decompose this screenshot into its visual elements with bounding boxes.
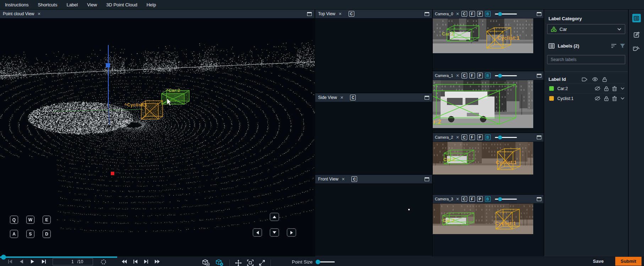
camera-f-button[interactable]: F xyxy=(469,73,475,78)
front-view-viewport[interactable] xyxy=(315,184,432,256)
camera-3-image[interactable]: Car:2 Cyclist:1 xyxy=(433,204,533,234)
point-cloud-viewport[interactable]: ^Car:2 ^Cyclist:1 Q W E A S D xyxy=(0,18,315,256)
eye-icon[interactable] xyxy=(592,77,598,81)
skip-to-start-button[interactable] xyxy=(8,259,12,264)
unlock-icon[interactable] xyxy=(602,77,607,82)
camera-c-button[interactable]: C xyxy=(462,73,467,78)
close-icon[interactable]: ✕ xyxy=(342,177,345,182)
move-tool-icon[interactable] xyxy=(235,260,242,266)
slider-knob[interactable] xyxy=(498,135,502,139)
camera-toggle-button[interactable]: C xyxy=(349,11,354,17)
step-back-button[interactable] xyxy=(133,259,138,264)
frame-number-input[interactable] xyxy=(60,259,77,264)
hotkey-e[interactable]: E xyxy=(43,216,51,224)
label-row-car[interactable]: Car:2 xyxy=(547,83,625,93)
frame-seek-bar[interactable] xyxy=(0,256,117,258)
trash-icon[interactable] xyxy=(612,96,617,101)
camera-b-button[interactable]: B xyxy=(485,196,491,202)
camera-p-button[interactable]: P xyxy=(477,73,483,78)
sort-icon[interactable] xyxy=(611,44,617,48)
slider-knob[interactable] xyxy=(498,74,502,78)
filter-icon[interactable] xyxy=(620,44,625,48)
next-frame-button[interactable] xyxy=(42,259,46,264)
pan-left-button[interactable] xyxy=(253,228,262,237)
camera-0-image[interactable]: Car:2 Cyclist:1 xyxy=(433,18,533,53)
side-view-viewport[interactable] xyxy=(315,102,432,174)
menu-view[interactable]: View xyxy=(87,2,97,7)
menu-help[interactable]: Help xyxy=(147,2,156,7)
search-labels-input[interactable] xyxy=(547,55,625,64)
hotkey-s[interactable]: S xyxy=(26,230,34,238)
camera-c-button[interactable]: C xyxy=(462,196,467,202)
maximize-icon[interactable] xyxy=(425,96,429,100)
maximize-icon[interactable] xyxy=(425,12,429,16)
close-icon[interactable]: ✕ xyxy=(456,197,459,201)
camera-b-button[interactable]: B xyxy=(485,134,491,140)
pan-right-button[interactable] xyxy=(287,228,296,237)
close-icon[interactable]: ✕ xyxy=(38,12,41,16)
lock-icon[interactable] xyxy=(604,96,608,101)
label-category-dropdown[interactable]: Car xyxy=(547,24,625,34)
maximize-icon[interactable] xyxy=(537,12,541,16)
edit-cuboid-icon[interactable] xyxy=(215,259,224,266)
camera-p-button[interactable]: P xyxy=(477,134,483,140)
camera-opacity-slider[interactable] xyxy=(495,13,517,15)
close-icon[interactable]: ✕ xyxy=(456,12,459,16)
camera-toggle-button[interactable]: C xyxy=(350,95,356,100)
previous-frame-button[interactable] xyxy=(20,259,23,264)
maximize-icon[interactable] xyxy=(537,74,541,78)
camera-opacity-slider[interactable] xyxy=(495,199,517,200)
camera-toggle-button[interactable]: C xyxy=(351,176,357,182)
chevron-down-icon[interactable] xyxy=(621,87,624,90)
tags-panel-toggle[interactable] xyxy=(633,46,640,52)
maximize-icon[interactable] xyxy=(307,12,312,16)
save-button[interactable]: Save xyxy=(586,257,610,265)
camera-b-button[interactable]: B xyxy=(485,11,491,17)
fullscreen-icon[interactable] xyxy=(259,260,265,266)
close-icon[interactable]: ✕ xyxy=(456,73,459,78)
label-row-cyclist[interactable]: Cyclist:1 xyxy=(547,93,625,103)
eye-off-icon[interactable] xyxy=(595,96,600,101)
camera-f-button[interactable]: F xyxy=(469,11,475,17)
camera-opacity-slider[interactable] xyxy=(495,75,517,76)
step-forward-button[interactable] xyxy=(144,259,148,264)
hotkey-w[interactable]: W xyxy=(26,216,34,224)
camera-c-button[interactable]: C xyxy=(462,11,467,17)
maximize-icon[interactable] xyxy=(425,177,429,181)
camera-f-button[interactable]: F xyxy=(469,134,475,140)
tag-icon[interactable] xyxy=(582,77,588,82)
menu-shortcuts[interactable]: Shortcuts xyxy=(38,2,57,7)
camera-2-image[interactable]: Car:2 Cyclist:1 xyxy=(433,142,533,174)
pan-up-button[interactable] xyxy=(270,213,279,221)
seek-knob[interactable] xyxy=(1,255,6,260)
fast-forward-button[interactable] xyxy=(154,259,160,264)
close-icon[interactable]: ✕ xyxy=(456,135,459,140)
play-button[interactable] xyxy=(31,259,34,264)
chevron-down-icon[interactable] xyxy=(621,97,624,100)
camera-c-button[interactable]: C xyxy=(462,134,467,140)
camera-p-button[interactable]: P xyxy=(477,196,483,202)
submit-button[interactable]: Submit xyxy=(615,257,642,266)
slider-knob[interactable] xyxy=(498,197,502,201)
slider-knob[interactable] xyxy=(498,12,502,16)
top-view-viewport[interactable] xyxy=(315,18,432,93)
lock-icon[interactable] xyxy=(604,86,608,91)
rewind-button[interactable] xyxy=(121,259,127,264)
menu-label[interactable]: Label xyxy=(66,2,78,7)
camera-b-button[interactable]: B xyxy=(485,73,491,78)
add-cuboid-icon[interactable] xyxy=(202,259,210,266)
camera-1-image[interactable]: r:2 xyxy=(433,80,533,128)
hotkey-a[interactable]: A xyxy=(10,230,18,238)
camera-p-button[interactable]: P xyxy=(477,11,483,17)
fit-frame-icon[interactable] xyxy=(247,260,253,266)
pan-down-button[interactable] xyxy=(270,228,279,237)
labels-panel-toggle[interactable] xyxy=(632,14,641,22)
maximize-icon[interactable] xyxy=(537,197,541,201)
trash-icon[interactable] xyxy=(612,86,617,91)
close-icon[interactable]: ✕ xyxy=(338,12,342,16)
menu-instructions[interactable]: Instructions xyxy=(5,2,28,7)
point-size-slider[interactable] xyxy=(316,261,335,262)
camera-f-button[interactable]: F xyxy=(469,196,475,202)
hotkey-q[interactable]: Q xyxy=(10,216,18,224)
camera-opacity-slider[interactable] xyxy=(495,137,517,138)
